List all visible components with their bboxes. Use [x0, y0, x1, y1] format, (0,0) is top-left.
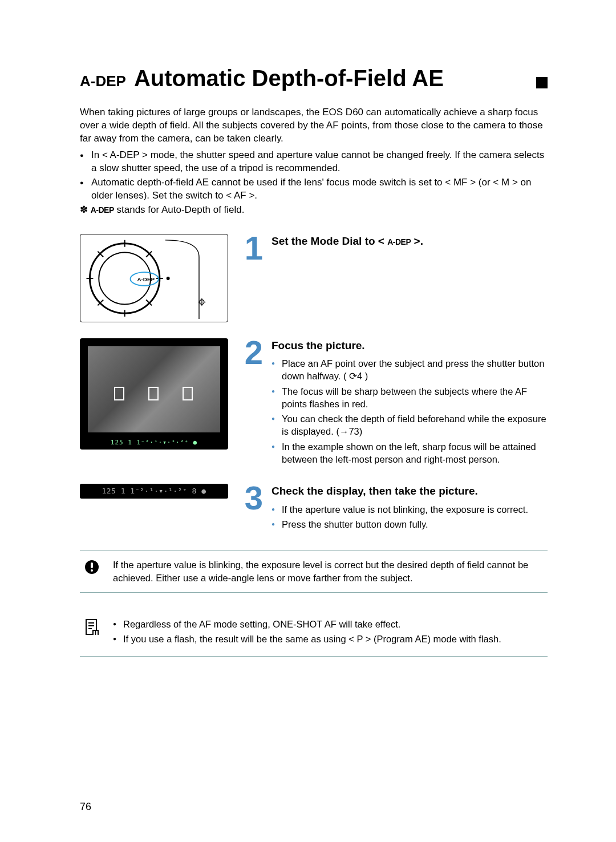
step-bullet: Place an AF point over the subject and p… — [271, 357, 548, 383]
viewfinder-figure: 125 1 1⁻²·¹·▾·¹·²⁺ ● — [80, 338, 228, 468]
steps-section: A-DEP 1 Set the Mode Dial to < A-DEP >. — [80, 234, 548, 533]
lcd-panel-figure: 125 1 1⁻²·¹·▾·¹·²⁺ 8 ● — [80, 484, 228, 533]
viewfinder-readout: 125 1 1⁻²·¹·▾·¹·²⁺ ● — [80, 439, 228, 447]
intro-bullet: Automatic depth-of-field AE cannot be us… — [80, 176, 548, 203]
step-number: 3 — [242, 484, 266, 533]
info-bullet: If you use a flash, the result will be t… — [113, 633, 545, 645]
step-bullet: Press the shutter button down fully. — [271, 518, 528, 531]
svg-text:A-DEP: A-DEP — [137, 276, 155, 282]
step-title: Focus the picture. — [271, 338, 548, 353]
warning-note: If the aperture value is blinking, the e… — [80, 550, 548, 593]
page-title: Automatic Depth-of-Field AE — [134, 63, 521, 94]
adep-inline-icon: A-DEP — [387, 237, 411, 246]
af-point-icon — [114, 387, 124, 400]
step-title: Check the display, then take the picture… — [271, 484, 528, 499]
adep-mode-icon: A-DEP — [80, 71, 126, 91]
svg-rect-17 — [91, 562, 93, 568]
mode-dial-figure: A-DEP — [80, 234, 228, 322]
svg-point-18 — [91, 569, 93, 572]
section-marker-icon — [536, 77, 548, 88]
svg-point-12 — [167, 277, 170, 280]
step-2: 125 1 1⁻²·¹·▾·¹·²⁺ ● 2 Focus the picture… — [80, 338, 548, 468]
info-bullet: Regardless of the AF mode setting, ONE-S… — [113, 618, 545, 630]
step-number: 2 — [242, 338, 266, 468]
step-bullet: If the aperture value is not blinking, t… — [271, 503, 528, 516]
note-page-icon — [82, 618, 102, 648]
adep-inline-icon: A-DEP — [91, 205, 114, 214]
page-heading: A-DEP Automatic Depth-of-Field AE — [80, 63, 548, 94]
warning-text: If the aperture value is blinking, the e… — [113, 558, 545, 584]
step-1: A-DEP 1 Set the Mode Dial to < A-DEP >. — [80, 234, 548, 322]
step-3: 125 1 1⁻²·¹·▾·¹·²⁺ 8 ● 3 Check the displ… — [80, 484, 548, 533]
af-point-icon — [148, 387, 159, 400]
intro-paragraph: When taking pictures of large groups or … — [80, 106, 548, 145]
info-note: Regardless of the AF mode setting, ONE-S… — [80, 610, 548, 657]
step-bullet: In the example shown on the left, sharp … — [271, 440, 548, 466]
step-bullet: The focus will be sharp between the subj… — [271, 385, 548, 411]
step-title: Set the Mode Dial to < A-DEP >. — [271, 234, 423, 249]
intro-bullet: In < A-DEP > mode, the shutter speed and… — [80, 149, 548, 175]
step-number: 1 — [242, 234, 266, 322]
intro-footnote: ✽ A-DEP stands for Auto-Depth of field. — [80, 204, 548, 217]
manual-page: A-DEP Automatic Depth-of-Field AE When t… — [0, 0, 616, 842]
mode-dial-icon: A-DEP — [80, 234, 228, 322]
page-number: 76 — [80, 800, 91, 813]
step-bullet: You can check the depth of field beforeh… — [271, 412, 548, 438]
af-point-icon — [183, 387, 193, 400]
warning-icon — [82, 558, 102, 584]
intro-block: When taking pictures of large groups or … — [80, 106, 548, 217]
lcd-readout: 125 1 1⁻²·¹·▾·¹·²⁺ 8 ● — [80, 484, 228, 499]
